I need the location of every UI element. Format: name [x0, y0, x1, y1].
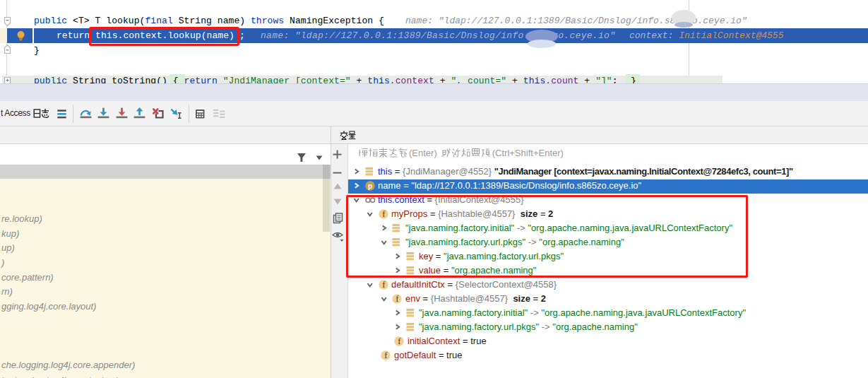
svg-text:p: p	[367, 182, 371, 190]
